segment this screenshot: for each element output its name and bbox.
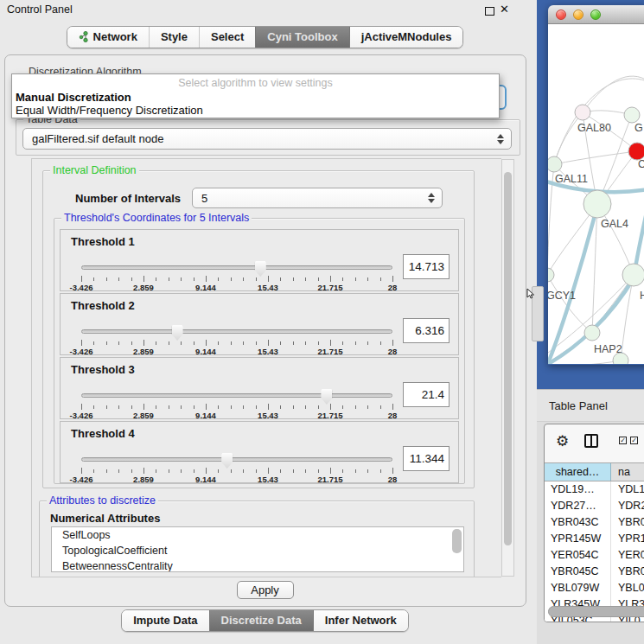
gear-icon[interactable]: ⚙ bbox=[556, 432, 569, 450]
threshold-slider[interactable]: -3.4262.8599.14415.4321.71528 bbox=[81, 453, 392, 482]
slider-tick bbox=[218, 277, 219, 281]
attribute-list-item[interactable]: SelfLoops bbox=[52, 527, 463, 543]
algorithm-option-equal-width[interactable]: Equal Width/Frequency Discretization bbox=[16, 104, 203, 117]
table-column-header[interactable]: shared… bbox=[545, 463, 611, 481]
threshold-slider[interactable]: -3.4262.8599.14415.4321.71528 bbox=[81, 389, 392, 418]
slider-thumb[interactable] bbox=[255, 261, 266, 277]
table-row[interactable]: YPR145WYPR1 bbox=[545, 531, 644, 547]
table-column-header[interactable]: na bbox=[611, 463, 644, 481]
minimize-window-icon[interactable] bbox=[573, 10, 583, 20]
slider-tick bbox=[143, 276, 144, 282]
slider-tick bbox=[143, 404, 144, 410]
network-node-gal11[interactable] bbox=[548, 156, 562, 172]
scrollbar-thumb[interactable] bbox=[504, 172, 512, 545]
slider-track[interactable] bbox=[81, 329, 392, 334]
settings-vertical-scrollbar[interactable] bbox=[501, 159, 514, 577]
slider-tick bbox=[93, 277, 94, 281]
network-node-c[interactable] bbox=[628, 143, 644, 160]
network-node-g[interactable] bbox=[624, 107, 640, 123]
tab-jactivemnodules[interactable]: jActiveMNodules bbox=[349, 27, 463, 48]
network-canvas[interactable]: GAL80GCGAL11GAL4GCY1HHAP2 bbox=[548, 24, 644, 364]
slider-thumb[interactable] bbox=[221, 453, 233, 469]
tab-label: Discretize Data bbox=[221, 614, 302, 627]
table-row[interactable]: YBR045CYBR0 bbox=[545, 564, 644, 580]
close-panel-icon[interactable]: ✕ bbox=[500, 3, 509, 16]
table-horizontal-scrollbar[interactable] bbox=[548, 606, 644, 617]
tick-label: 28 bbox=[388, 283, 398, 292]
network-edge[interactable] bbox=[554, 112, 583, 164]
bottom-tab-group: Impute DataDiscretize DataInfer Network bbox=[121, 609, 409, 632]
attribute-list-item[interactable]: BetweennessCentrality bbox=[52, 558, 463, 572]
numerical-attributes-list[interactable]: SelfLoopsTopologicalCoefficientBetweenne… bbox=[51, 526, 464, 572]
slider-tick bbox=[305, 405, 306, 409]
threshold-slider[interactable]: -3.4262.8599.14415.4321.71528 bbox=[81, 325, 392, 354]
network-node-hap2[interactable] bbox=[584, 325, 600, 341]
threshold-value-field[interactable]: 14.713 bbox=[403, 254, 450, 279]
table-toolbar: ⚙ ✓ ✓ bbox=[545, 424, 644, 461]
checkbox-icon[interactable]: ✓ bbox=[619, 437, 627, 444]
algorithm-option-manual[interactable]: Manual Discretization bbox=[16, 91, 131, 104]
tab-infer-network[interactable]: Infer Network bbox=[313, 610, 408, 631]
tab-cyni-toolbox[interactable]: Cyni Toolbox bbox=[255, 27, 348, 48]
scrollbar-thumb[interactable] bbox=[548, 606, 644, 617]
network-edge[interactable] bbox=[548, 275, 634, 353]
slider-tick bbox=[392, 340, 393, 346]
slider-tick bbox=[118, 469, 119, 473]
apply-button[interactable]: Apply bbox=[237, 581, 294, 599]
column-browser-icon[interactable] bbox=[584, 434, 598, 448]
table-row[interactable]: YBL079WYBL0 bbox=[545, 580, 644, 596]
tick-label: 9.144 bbox=[195, 347, 216, 356]
tab-discretize-data[interactable]: Discretize Data bbox=[209, 610, 313, 631]
tab-impute-data[interactable]: Impute Data bbox=[122, 610, 208, 631]
table-row[interactable]: YDR27…YDR2 bbox=[545, 498, 644, 514]
slider-track[interactable] bbox=[81, 265, 392, 270]
table-row[interactable]: YBR043CYBR0 bbox=[545, 514, 644, 531]
close-window-icon[interactable] bbox=[556, 10, 566, 20]
tick-label: -3.426 bbox=[70, 283, 93, 292]
table-row[interactable]: YDL19…YDL1 bbox=[545, 481, 644, 498]
slider-track[interactable] bbox=[81, 457, 392, 462]
slider-tick bbox=[231, 277, 232, 281]
tab-label: Impute Data bbox=[133, 614, 197, 627]
threshold-value-field[interactable]: 21.4 bbox=[403, 382, 450, 407]
numerical-attributes-label: Numerical Attributes bbox=[50, 512, 160, 525]
checkbox-icon[interactable]: ✓ bbox=[630, 437, 638, 444]
slider-track[interactable] bbox=[81, 393, 392, 398]
threshold-value-field[interactable]: 11.344 bbox=[403, 446, 450, 471]
tab-style[interactable]: Style bbox=[149, 27, 199, 48]
algorithm-placeholder-option[interactable]: Select algorithm to view settings bbox=[12, 77, 499, 89]
network-node-gal4[interactable] bbox=[583, 190, 611, 218]
network-node-gal80[interactable] bbox=[575, 105, 590, 120]
network-node-h[interactable] bbox=[622, 264, 644, 286]
number-of-intervals-combobox[interactable]: 5 bbox=[192, 188, 443, 208]
network-edge[interactable] bbox=[583, 76, 644, 112]
tab-network[interactable]: Network bbox=[67, 27, 149, 48]
top-tabbar: NetworkStyleSelectCyni ToolboxjActiveMNo… bbox=[0, 26, 530, 48]
slider-thumb[interactable] bbox=[321, 389, 332, 405]
tick-label: 2.859 bbox=[133, 411, 154, 420]
float-panel-icon[interactable] bbox=[485, 7, 494, 16]
network-edge[interactable] bbox=[548, 360, 621, 364]
tab-label: Select bbox=[211, 30, 244, 43]
network-node[interactable] bbox=[613, 353, 628, 364]
slider-thumb[interactable] bbox=[172, 325, 183, 341]
tab-select[interactable]: Select bbox=[199, 27, 255, 48]
tick-label: 2.859 bbox=[133, 475, 154, 484]
network-window-titlebar[interactable] bbox=[548, 5, 644, 24]
table-cell: YPR145W bbox=[545, 531, 611, 547]
attribute-list-item[interactable]: TopologicalCoefficient bbox=[52, 543, 463, 558]
network-edge-thick[interactable] bbox=[634, 197, 644, 273]
attributes-list-scrollbar[interactable] bbox=[452, 529, 462, 553]
threshold-2-box: Threshold 2-3.4262.8599.14415.4321.71528… bbox=[60, 293, 459, 355]
slider-tick bbox=[367, 405, 368, 409]
table-row[interactable]: YER054CYER0 bbox=[545, 547, 644, 564]
zoom-window-icon[interactable] bbox=[590, 10, 601, 20]
slider-tick bbox=[143, 468, 144, 474]
attributes-group-title: Attributes to discretize bbox=[47, 494, 158, 507]
threshold-value-field[interactable]: 6.316 bbox=[403, 318, 450, 343]
slider-tick bbox=[194, 277, 194, 281]
threshold-slider[interactable]: -3.4262.8599.14415.4321.71528 bbox=[81, 261, 392, 290]
network-edge[interactable] bbox=[554, 151, 637, 164]
network-node-gcy1[interactable] bbox=[548, 268, 554, 282]
table-data-combobox[interactable]: galFiltered.sif default node bbox=[22, 128, 512, 150]
